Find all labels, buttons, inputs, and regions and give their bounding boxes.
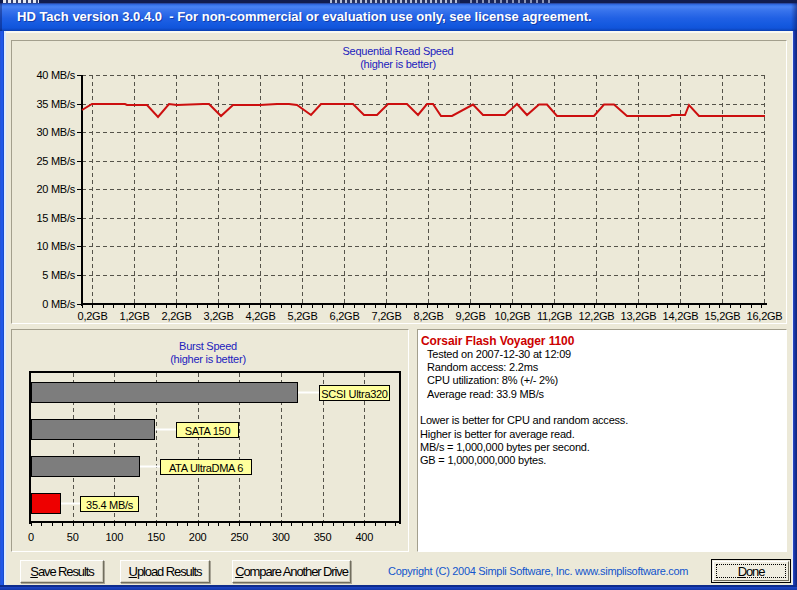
svg-text:(higher is better): (higher is better) bbox=[170, 353, 246, 365]
svg-text:13,2GB: 13,2GB bbox=[621, 310, 657, 322]
svg-text:9,2GB: 9,2GB bbox=[456, 310, 486, 322]
svg-text:40 MB/s: 40 MB/s bbox=[36, 69, 75, 81]
svg-text:SATA 150: SATA 150 bbox=[185, 425, 231, 437]
svg-text:25 MB/s: 25 MB/s bbox=[36, 155, 75, 167]
svg-text:14,2GB: 14,2GB bbox=[663, 310, 699, 322]
svg-text:ATA UltraDMA 6: ATA UltraDMA 6 bbox=[169, 462, 243, 474]
svg-text:Burst Speed: Burst Speed bbox=[179, 340, 237, 352]
svg-text:10,2GB: 10,2GB bbox=[495, 310, 531, 322]
svg-text:350: 350 bbox=[314, 531, 332, 543]
svg-text:400: 400 bbox=[355, 531, 373, 543]
svg-text:6,2GB: 6,2GB bbox=[330, 310, 360, 322]
svg-text:0: 0 bbox=[28, 531, 34, 543]
svg-text:100: 100 bbox=[105, 531, 123, 543]
svg-text:3,2GB: 3,2GB bbox=[204, 310, 234, 322]
svg-text:35.4 MB/s: 35.4 MB/s bbox=[86, 499, 134, 511]
svg-text:50: 50 bbox=[67, 531, 79, 543]
svg-text:35 MB/s: 35 MB/s bbox=[36, 98, 75, 110]
svg-text:SCSI Ultra320: SCSI Ultra320 bbox=[321, 388, 388, 400]
svg-text:30 MB/s: 30 MB/s bbox=[36, 126, 75, 138]
svg-text:5 MB/s: 5 MB/s bbox=[42, 269, 75, 281]
svg-text:(higher is better): (higher is better) bbox=[360, 58, 436, 70]
svg-text:0,2GB: 0,2GB bbox=[78, 310, 108, 322]
svg-text:15 MB/s: 15 MB/s bbox=[36, 212, 75, 224]
svg-text:300: 300 bbox=[272, 531, 290, 543]
svg-text:200: 200 bbox=[189, 531, 207, 543]
svg-text:15,2GB: 15,2GB bbox=[705, 310, 741, 322]
svg-text:150: 150 bbox=[147, 531, 165, 543]
svg-text:1,2GB: 1,2GB bbox=[120, 310, 150, 322]
svg-text:7,2GB: 7,2GB bbox=[372, 310, 402, 322]
svg-text:20 MB/s: 20 MB/s bbox=[36, 183, 75, 195]
svg-text:4,2GB: 4,2GB bbox=[246, 310, 276, 322]
svg-text:12,2GB: 12,2GB bbox=[579, 310, 615, 322]
svg-text:Sequential Read Speed: Sequential Read Speed bbox=[343, 45, 454, 57]
svg-text:5,2GB: 5,2GB bbox=[288, 310, 318, 322]
svg-text:11,2GB: 11,2GB bbox=[537, 310, 572, 322]
svg-text:0 MB/s: 0 MB/s bbox=[42, 298, 75, 310]
svg-text:2,2GB: 2,2GB bbox=[162, 310, 192, 322]
svg-text:250: 250 bbox=[230, 531, 248, 543]
svg-text:8,2GB: 8,2GB bbox=[414, 310, 444, 322]
svg-text:10 MB/s: 10 MB/s bbox=[36, 240, 75, 252]
svg-text:16,2GB: 16,2GB bbox=[747, 310, 783, 322]
